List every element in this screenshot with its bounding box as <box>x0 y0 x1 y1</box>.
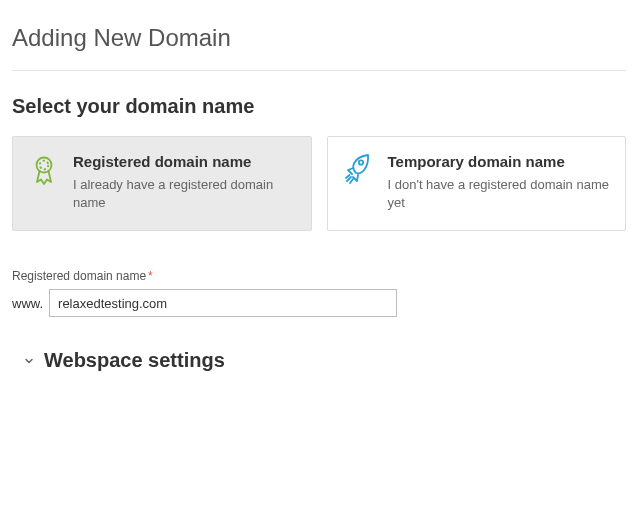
divider <box>12 70 626 71</box>
required-mark: * <box>148 269 153 283</box>
svg-point-1 <box>40 161 49 170</box>
card-temporary-domain[interactable]: Temporary domain name I don't have a reg… <box>327 136 627 231</box>
domain-name-input[interactable] <box>49 289 397 317</box>
badge-icon <box>29 153 59 185</box>
card-registered-domain[interactable]: Registered domain name I already have a … <box>12 136 312 231</box>
section-title: Select your domain name <box>12 95 626 118</box>
webspace-settings-toggle[interactable]: Webspace settings <box>24 347 626 374</box>
svg-point-0 <box>37 158 52 173</box>
domain-name-field: Registered domain name* www. <box>12 269 626 317</box>
card-temporary-desc: I don't have a registered domain name ye… <box>388 176 610 212</box>
svg-point-2 <box>358 160 362 164</box>
card-registered-title: Registered domain name <box>73 153 295 170</box>
rocket-icon <box>344 153 374 185</box>
page-title: Adding New Domain <box>12 24 626 52</box>
domain-name-label: Registered domain name* <box>12 269 626 283</box>
card-registered-desc: I already have a registered domain name <box>73 176 295 212</box>
domain-name-label-text: Registered domain name <box>12 269 146 283</box>
chevron-down-icon <box>24 356 34 366</box>
webspace-settings-title: Webspace settings <box>44 349 225 372</box>
card-temporary-title: Temporary domain name <box>388 153 610 170</box>
www-prefix: www. <box>12 296 43 311</box>
domain-type-cards: Registered domain name I already have a … <box>12 136 626 231</box>
